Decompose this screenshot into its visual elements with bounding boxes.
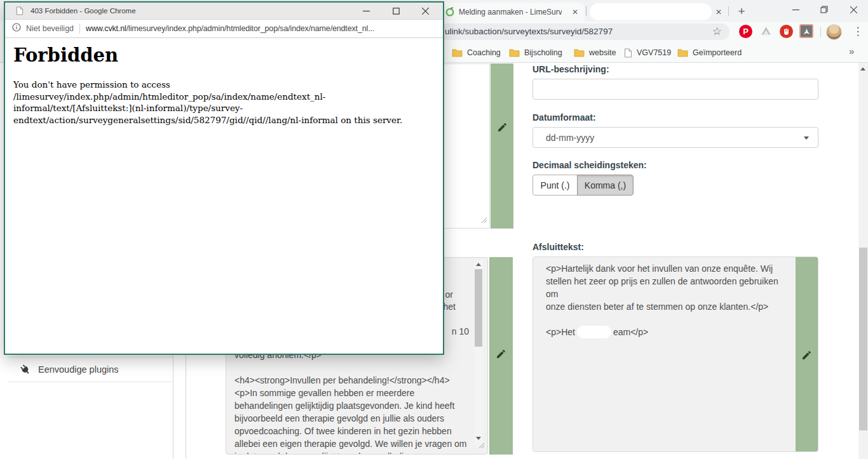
folder-icon [574, 48, 585, 57]
tab-redacted-blob[interactable] [590, 3, 712, 20]
sidebar-item-simple-plugins[interactable]: Eenvoudige plugins [8, 357, 173, 382]
forbidden-page: Forbidden You don't have permission to a… [5, 38, 443, 354]
decimal-separator-group: Punt (.) Komma (,) [532, 175, 634, 196]
forbidden-message: You don't have permission to access /lim… [13, 79, 438, 126]
popup-window-title: 403 Forbidden - Google Chrome [31, 7, 136, 15]
bookmark-folder-coaching[interactable]: Coaching [452, 47, 501, 58]
window-minimize-button[interactable] [781, 0, 810, 19]
window-restore-button[interactable] [810, 0, 839, 19]
tab-separator [728, 6, 729, 16]
window-close-button[interactable] [839, 0, 868, 19]
pinterest-extension-icon[interactable]: P [739, 25, 753, 39]
popup-maximize-button[interactable] [383, 3, 409, 20]
chrome-menu-icon[interactable]: ⋮ [851, 24, 864, 39]
forbidden-popup-window: 403 Forbidden - Google Chrome Niet bevei… [4, 1, 444, 355]
url-description-input[interactable] [532, 79, 818, 100]
resize-handle-icon[interactable] [478, 440, 485, 451]
bookmarks-overflow-chevron[interactable]: » [849, 46, 854, 57]
folder-icon [452, 48, 463, 57]
drive-extension-icon[interactable] [759, 25, 773, 39]
pencil-edit-icon[interactable] [496, 349, 506, 362]
sidebar-item-label: Eenvoudige plugins [38, 364, 119, 375]
adblock-hand-extension-icon[interactable] [780, 25, 794, 39]
scrollbar-thumb[interactable] [859, 248, 867, 430]
limesurvey-favicon-icon [445, 6, 455, 19]
date-format-label: Datumformaat: [532, 112, 596, 123]
profile-avatar[interactable] [826, 24, 842, 40]
decimal-punt-button[interactable]: Punt (.) [532, 175, 578, 196]
resize-handle-icon[interactable] [481, 215, 487, 226]
page-icon [16, 6, 24, 18]
decimal-komma-button[interactable]: Komma (,) [577, 175, 634, 196]
forbidden-heading: Forbidden [13, 44, 118, 66]
open-editor-strip[interactable] [489, 257, 513, 455]
new-tab-button[interactable]: + [735, 4, 749, 18]
open-editor-strip[interactable] [796, 257, 818, 452]
address-separator [79, 23, 80, 34]
popup-url[interactable]: www.cvkt.nl/limesurvey/index.php/admin/h… [86, 24, 374, 33]
address-url[interactable]: ulink/subaction/surveytexts/surveyid/582… [445, 27, 613, 36]
url-description-label: URL-beschrijving: [532, 64, 609, 74]
info-circle-icon[interactable] [12, 23, 21, 34]
textarea-scrollbar[interactable] [474, 260, 483, 444]
end-text-label: Afsluittekst: [532, 242, 584, 252]
chevron-down-icon [804, 136, 809, 140]
bookmark-folder-geimporteerd[interactable]: Geïmporteerd [677, 47, 742, 58]
date-format-select[interactable]: dd-mm-yyyy [532, 127, 818, 148]
redaction-blob [577, 326, 611, 338]
tab-separator [586, 6, 587, 16]
popup-address-bar[interactable]: Niet beveiligd www.cvkt.nl/limesurvey/in… [5, 20, 443, 38]
plug-icon [18, 362, 32, 376]
scroll-up-icon[interactable] [476, 263, 481, 266]
popup-minimize-button[interactable] [353, 3, 379, 20]
security-status-label[interactable]: Niet beveiligd [26, 24, 74, 33]
desktop: Melding aanmaken - LimeSurve ✕ ✕ + ulink… [0, 0, 868, 459]
textarea-content: <p>Hartelijk dank voor het invullen van … [546, 262, 787, 338]
page-icon [624, 48, 632, 58]
toolbar-separator [820, 27, 821, 37]
folder-icon [509, 48, 520, 57]
bookmark-page-vgv7519[interactable]: VGV7519 [624, 47, 671, 58]
bookmark-star-icon[interactable]: ☆ [712, 25, 722, 38]
scroll-up-icon[interactable] [860, 67, 865, 70]
bookmark-folder-website[interactable]: website [574, 47, 616, 58]
page-scrollbar[interactable] [858, 63, 868, 459]
acrobat-extension-icon[interactable] [799, 24, 813, 38]
tab-close-icon[interactable]: ✕ [571, 8, 580, 17]
popup-close-button[interactable] [412, 3, 438, 20]
bookmark-folder-bijscholing[interactable]: Bijscholing [509, 47, 562, 58]
pencil-edit-icon[interactable] [497, 122, 508, 135]
end-text-textarea[interactable]: <p>Hartelijk dank voor het invullen van … [532, 256, 818, 452]
popup-title-bar[interactable]: 403 Forbidden - Google Chrome [5, 3, 443, 20]
tab-title: Melding aanmaken - LimeSurve [459, 8, 562, 17]
scrollbar-thumb[interactable] [475, 269, 482, 347]
open-editor-strip[interactable] [491, 63, 513, 229]
folder-icon [677, 48, 688, 57]
tab-limesurvey[interactable]: Melding aanmaken - LimeSurve ✕ [440, 3, 585, 22]
textarea-content: volledig anoniem.</p> <h4><strong>Invull… [234, 349, 470, 455]
decimal-separator-label: Decimaal scheidingsteken: [532, 160, 647, 170]
pencil-edit-icon[interactable] [801, 350, 812, 363]
tab2-close-icon[interactable]: ✕ [714, 8, 723, 17]
